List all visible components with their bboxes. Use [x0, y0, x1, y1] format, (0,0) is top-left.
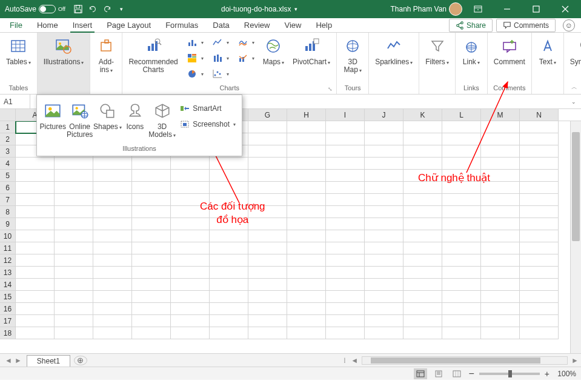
cell[interactable] [171, 254, 210, 267]
cell[interactable] [520, 145, 559, 158]
column-chart-button[interactable]: ▾ [184, 35, 206, 50]
cell[interactable] [520, 279, 559, 291]
cell[interactable] [132, 194, 171, 206]
cell[interactable] [210, 254, 248, 267]
cell[interactable] [326, 170, 365, 182]
row-header[interactable]: 16 [0, 303, 16, 315]
cell[interactable] [442, 158, 481, 170]
cell[interactable] [520, 254, 559, 267]
cell[interactable] [210, 242, 248, 254]
icons-button[interactable]: Icons [122, 99, 148, 133]
tab-help[interactable]: Help [308, 18, 339, 32]
cell[interactable] [403, 133, 442, 145]
cell[interactable] [287, 206, 326, 218]
row-header[interactable]: 17 [0, 315, 16, 327]
cell[interactable] [520, 182, 559, 194]
cell[interactable] [520, 121, 559, 133]
cell[interactable] [365, 291, 403, 303]
cell[interactable] [16, 218, 55, 230]
cell[interactable] [210, 303, 248, 315]
cell[interactable] [248, 194, 287, 206]
column-header[interactable]: J [365, 109, 403, 121]
cell[interactable] [132, 303, 171, 315]
cell[interactable] [365, 242, 403, 254]
cell[interactable] [365, 158, 403, 170]
cell[interactable] [210, 327, 248, 339]
cell[interactable] [93, 170, 132, 182]
cell[interactable] [365, 182, 403, 194]
cell[interactable] [93, 327, 132, 339]
title-dropdown-icon[interactable]: ▾ [294, 6, 297, 12]
cell[interactable] [520, 218, 559, 230]
cell[interactable] [326, 254, 365, 267]
cell[interactable] [481, 242, 520, 254]
cell[interactable] [55, 327, 93, 339]
collapse-ribbon-icon[interactable]: ︿ [571, 83, 577, 91]
maps-button[interactable]: Maps▾ [259, 34, 288, 68]
cell[interactable] [520, 230, 559, 242]
cell[interactable] [403, 170, 442, 182]
cell[interactable] [55, 267, 93, 279]
cell[interactable] [326, 194, 365, 206]
select-all-corner[interactable] [0, 109, 16, 121]
pivotchart-button[interactable]: PivotChart▾ [289, 34, 334, 68]
username[interactable]: Thanh Pham Van [390, 5, 447, 13]
cell[interactable] [93, 194, 132, 206]
cell[interactable] [55, 194, 93, 206]
redo-icon[interactable] [101, 2, 114, 16]
cell[interactable] [248, 121, 287, 133]
cell[interactable] [326, 133, 365, 145]
cell[interactable] [132, 170, 171, 182]
cell[interactable] [442, 291, 481, 303]
surface-chart-button[interactable]: ▾ [235, 35, 257, 50]
cell[interactable] [55, 170, 93, 182]
cell[interactable] [326, 242, 365, 254]
cell[interactable] [520, 291, 559, 303]
cell[interactable] [55, 218, 93, 230]
cell[interactable] [287, 145, 326, 158]
column-header[interactable]: H [287, 109, 326, 121]
cell[interactable] [520, 194, 559, 206]
column-header[interactable]: K [403, 109, 442, 121]
ribbon-display-options-icon[interactable] [465, 0, 491, 18]
row-header[interactable]: 2 [0, 133, 16, 145]
autosave-toggle[interactable]: AutoSave Off [2, 5, 68, 13]
cell[interactable] [403, 327, 442, 339]
cell[interactable] [248, 242, 287, 254]
cell[interactable] [403, 194, 442, 206]
cell[interactable] [16, 170, 55, 182]
cell[interactable] [16, 206, 55, 218]
tab-view[interactable]: View [277, 18, 308, 32]
cell[interactable] [403, 303, 442, 315]
cell[interactable] [287, 170, 326, 182]
help-icon[interactable]: ☺ [563, 19, 575, 32]
cell[interactable] [16, 230, 55, 242]
cell[interactable] [93, 230, 132, 242]
cell[interactable] [248, 267, 287, 279]
cell[interactable] [481, 194, 520, 206]
cell[interactable] [93, 315, 132, 327]
statistic-chart-button[interactable]: ▾ [210, 51, 231, 65]
horizontal-scrollbar[interactable] [362, 356, 568, 365]
addins-button[interactable]: Add- ins▾ [93, 34, 119, 76]
cell[interactable] [16, 303, 55, 315]
cell[interactable] [16, 254, 55, 267]
cell[interactable] [248, 158, 287, 170]
row-header[interactable]: 11 [0, 242, 16, 254]
cell[interactable] [287, 121, 326, 133]
cell[interactable] [403, 291, 442, 303]
cell[interactable] [171, 194, 210, 206]
save-icon[interactable] [71, 2, 85, 16]
cell[interactable] [403, 230, 442, 242]
cell[interactable] [210, 158, 248, 170]
sheet-tab-1[interactable]: Sheet1 [27, 355, 70, 367]
filters-button[interactable]: Filters▾ [422, 34, 453, 68]
cell[interactable] [326, 291, 365, 303]
cell[interactable] [326, 145, 365, 158]
cell[interactable] [55, 303, 93, 315]
line-chart-button[interactable]: ▾ [210, 35, 231, 50]
cell[interactable] [442, 315, 481, 327]
cell[interactable] [248, 218, 287, 230]
cell[interactable] [365, 230, 403, 242]
cell[interactable] [55, 230, 93, 242]
